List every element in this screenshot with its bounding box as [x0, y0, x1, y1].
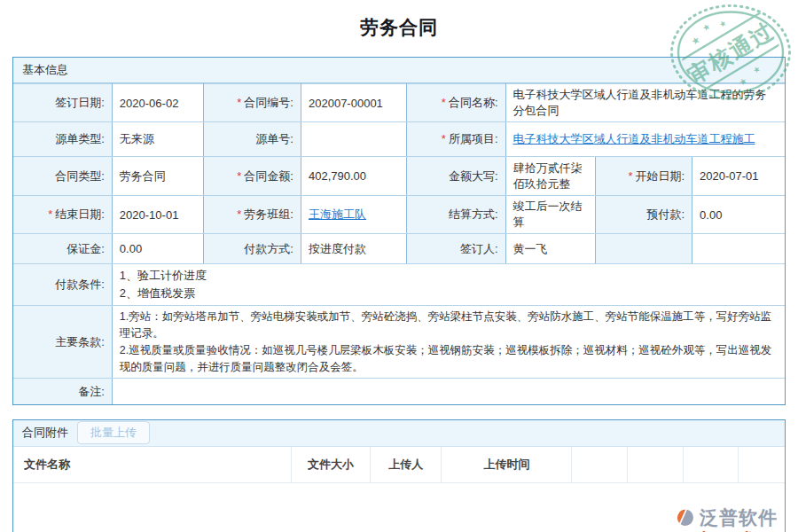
settle-method-value: 竣工后一次结算	[505, 196, 596, 234]
start-date-label: *开始日期:	[596, 157, 692, 196]
attach-col-filesize: 文件大小	[291, 447, 371, 483]
main-terms-line: 1.旁站：如旁站塔吊加节、旁站电梯安装或加节、旁站砼浇捣、旁站梁柱节点安装、旁站…	[120, 309, 778, 342]
pay-method-value: 按进度付款	[301, 234, 406, 264]
vendor-watermark: 泛普软件 www.fanpusoft.com	[674, 508, 778, 532]
source-no-value	[301, 122, 406, 157]
project-value: 电子科技大学区域人行道及非机动车道工程施工	[505, 122, 785, 157]
amount-caps-label: 金额大写:	[407, 157, 505, 196]
label-text: 结算方式:	[449, 207, 498, 221]
contract-amount-value: 402,790.00	[301, 157, 406, 196]
source-no-label: 源单号:	[204, 122, 301, 157]
sign-date-label: 签订日期:	[13, 84, 112, 122]
label-text: 合同编号:	[244, 96, 293, 109]
label-text: 签订人:	[460, 242, 498, 255]
batch-upload-button[interactable]: 批量上传	[77, 421, 150, 444]
project-link[interactable]: 电子科技大学区域人行道及非机动车道工程施工	[513, 132, 755, 145]
attachments-panel: 合同附件 批量上传 文件名称 文件大小 上传人 上传时间 泛普软件 www.fa…	[12, 419, 786, 532]
attachments-section-title: 合同附件	[22, 425, 68, 441]
label-text: 劳务班组:	[244, 207, 293, 221]
basic-info-panel: 基本信息 签订日期: 2020-06-02 *合同编号: 202007-0000…	[12, 57, 786, 405]
attachments-empty-body	[13, 483, 785, 532]
basic-info-table: 签订日期: 2020-06-02 *合同编号: 202007-00001 *合同…	[13, 83, 785, 404]
label-text: 所属项目:	[449, 132, 498, 145]
attach-col-uploader: 上传人	[371, 447, 442, 483]
attach-col-empty-3	[683, 447, 739, 483]
remark-value	[112, 379, 785, 404]
settle-method-label: 结算方式:	[407, 196, 505, 234]
label-text: 合同金额:	[244, 169, 293, 183]
deposit-value: 0.00	[112, 234, 204, 264]
required-mark: *	[237, 96, 241, 109]
fanpu-logo-icon	[677, 508, 696, 528]
source-type-label: 源单类型:	[13, 122, 112, 157]
contract-name-value: 电子科技大学区域人行道及非机动车道工程的劳务分包合同	[505, 84, 785, 122]
amount-caps-value: 肆拾万贰仟柒佰玖拾元整	[505, 157, 596, 196]
attach-col-empty-1	[572, 447, 628, 483]
attach-col-empty-2	[628, 447, 684, 483]
label-text: 合同名称:	[449, 96, 498, 109]
main-terms-label: 主要条款:	[13, 306, 112, 379]
page-title: 劳务合同	[0, 0, 798, 57]
start-date-value: 2020-07-01	[692, 157, 785, 196]
empty-value-cell	[692, 234, 785, 264]
prepayment-value: 0.00	[692, 196, 785, 234]
attach-col-empty-4	[739, 447, 785, 483]
required-mark: *	[442, 96, 446, 109]
project-label: *所属项目:	[407, 122, 505, 157]
main-terms-value: 1.旁站：如旁站塔吊加节、旁站电梯安装或加节、旁站砼浇捣、旁站梁柱节点安装、旁站…	[112, 306, 785, 379]
required-mark: *	[237, 207, 241, 221]
contract-no-value: 202007-00001	[301, 84, 406, 122]
prepayment-label: 预付款:	[596, 196, 692, 234]
contract-type-value: 劳务合同	[112, 157, 204, 196]
label-text: 备注:	[78, 385, 105, 398]
label-text: 保证金:	[66, 242, 105, 255]
attachments-table: 文件名称 文件大小 上传人 上传时间	[13, 447, 785, 484]
main-terms-line: 2.巡视质量或质量验收情况：如巡视几号楼几层梁板木板安装；巡视钢筋安装；巡视模板…	[120, 342, 778, 376]
contract-name-label: *合同名称:	[407, 84, 505, 122]
labor-team-label: *劳务班组:	[204, 196, 301, 234]
label-text: 签订日期:	[55, 96, 105, 109]
pay-condition-label: 付款条件:	[13, 264, 112, 306]
label-text: 金额大写:	[449, 169, 498, 183]
vendor-brand-text: 泛普软件	[700, 508, 778, 527]
signer-label: 签订人:	[407, 234, 505, 264]
pay-condition-line: 1、验工计价进度	[120, 267, 778, 285]
remark-label: 备注:	[13, 379, 112, 404]
sign-date-value: 2020-06-02	[112, 84, 204, 122]
end-date-label: *结束日期:	[13, 196, 112, 234]
required-mark: *	[628, 169, 632, 183]
pay-method-label: 付款方式:	[204, 234, 301, 264]
deposit-label: 保证金:	[13, 234, 112, 264]
required-mark: *	[237, 169, 241, 183]
signer-value: 黄一飞	[505, 234, 596, 264]
label-text: 开始日期:	[635, 169, 685, 183]
labor-team-value: 王海施工队	[301, 196, 406, 234]
empty-label-cell	[596, 234, 692, 264]
attach-col-uploadtime: 上传时间	[442, 447, 572, 483]
label-text: 主要条款:	[55, 335, 105, 348]
pay-condition-value: 1、验工计价进度 2、增值税发票	[112, 264, 785, 306]
label-text: 源单类型:	[55, 132, 105, 145]
contract-type-label: 合同类型:	[13, 157, 112, 196]
attachments-header: 合同附件 批量上传	[13, 420, 785, 447]
required-mark: *	[48, 207, 52, 221]
pay-condition-line: 2、增值税发票	[120, 285, 778, 302]
label-text: 付款条件:	[55, 278, 105, 291]
label-text: 付款方式:	[244, 242, 293, 255]
contract-no-label: *合同编号:	[204, 84, 301, 122]
label-text: 结束日期:	[55, 207, 105, 221]
required-mark: *	[442, 132, 446, 145]
label-text: 预付款:	[646, 207, 685, 221]
label-text: 源单号:	[255, 132, 293, 145]
end-date-value: 2020-10-01	[112, 196, 204, 234]
label-text: 合同类型:	[55, 169, 105, 183]
source-type-value: 无来源	[112, 122, 204, 157]
attach-col-filename: 文件名称	[13, 447, 291, 483]
basic-info-section-title: 基本信息	[13, 58, 785, 83]
contract-amount-label: *合同金额:	[204, 157, 301, 196]
labor-team-link[interactable]: 王海施工队	[309, 207, 366, 221]
